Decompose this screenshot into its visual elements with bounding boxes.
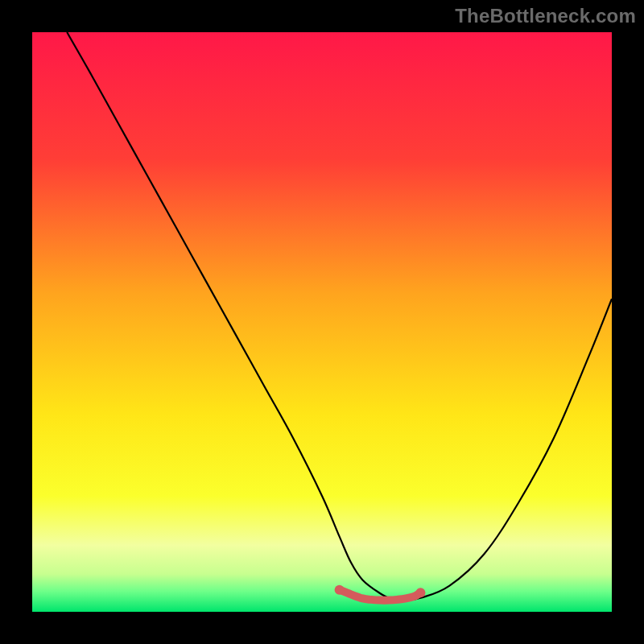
bottleneck-chart (0, 0, 644, 644)
watermark-text: TheBottleneck.com (455, 5, 636, 27)
chart-frame: TheBottleneck.com (0, 0, 644, 644)
optimal-zone-end-left (335, 585, 345, 595)
gradient-background (32, 32, 612, 612)
optimal-zone-end-right (415, 588, 425, 597)
